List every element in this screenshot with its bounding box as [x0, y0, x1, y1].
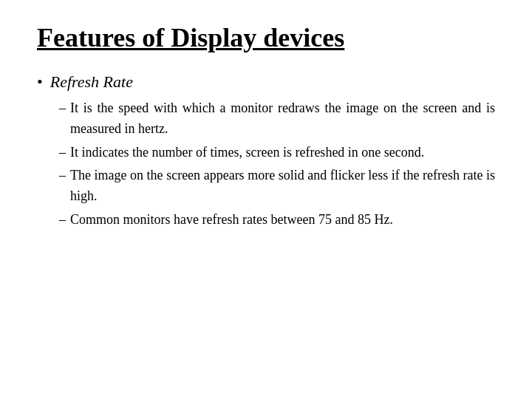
sub-item-text-2: It indicates the number of times, screen… — [70, 143, 424, 163]
bullet-dot: • — [37, 71, 43, 94]
sub-item-text-1: It is the speed with which a monitor red… — [70, 98, 495, 140]
content-area: • Refresh Rate – It is the speed with wh… — [37, 71, 495, 231]
list-item: – Common monitors have refresh rates bet… — [59, 210, 495, 231]
sub-item-text-3: The image on the screen appears more sol… — [70, 166, 495, 207]
dash-icon: – — [59, 210, 66, 231]
slide: Features of Display devices • Refresh Ra… — [0, 0, 532, 399]
list-item: – It is the speed with which a monitor r… — [59, 98, 495, 140]
sub-item-text-4: Common monitors have refresh rates betwe… — [70, 210, 393, 231]
bullet-item-refresh-rate: • Refresh Rate — [37, 71, 495, 94]
dash-icon: – — [59, 166, 66, 186]
sub-items-list: – It is the speed with which a monitor r… — [59, 98, 495, 231]
list-item: – It indicates the number of times, scre… — [59, 143, 495, 163]
dash-icon: – — [59, 143, 66, 163]
dash-icon: – — [59, 98, 66, 119]
bullet-label: Refresh Rate — [50, 71, 133, 94]
slide-title: Features of Display devices — [37, 22, 495, 53]
list-item: – The image on the screen appears more s… — [59, 166, 495, 207]
